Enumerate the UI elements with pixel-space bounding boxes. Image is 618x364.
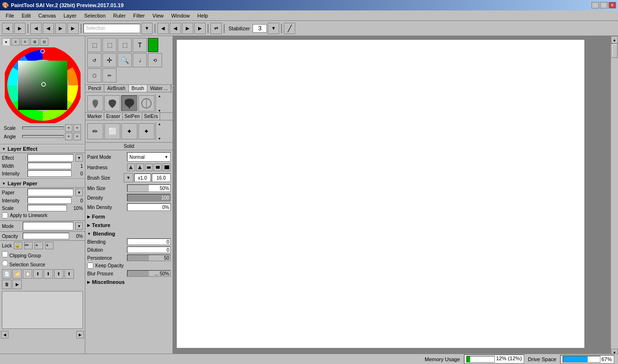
toolbar-exchange-btn[interactable]: ⇄ <box>210 23 222 34</box>
lock-btn3[interactable]: + <box>35 242 43 249</box>
toolbar-back-btn[interactable]: ◀ <box>2 23 13 34</box>
menu-selection[interactable]: Selection <box>81 12 109 19</box>
brush-size-toggle[interactable]: ▼ <box>124 173 133 182</box>
color-wheel-container[interactable] <box>5 47 81 123</box>
tool-select-wand[interactable]: ⬚ <box>118 38 132 52</box>
angle-plus-btn[interactable]: + <box>73 133 81 140</box>
hardness-btn5[interactable] <box>163 164 171 171</box>
tool-shape[interactable]: ⬡ <box>87 68 101 82</box>
scale-minus-btn[interactable]: + <box>65 124 73 132</box>
brush-icon-4[interactable] <box>138 95 154 111</box>
toolbar-btn8[interactable]: ▶ <box>194 23 206 34</box>
paper-scale-track[interactable] <box>27 205 67 211</box>
layer-btn5[interactable]: ⬆ <box>44 269 53 279</box>
texture-header[interactable]: ▶ Texture <box>87 221 171 229</box>
menu-layer[interactable]: Layer <box>60 12 81 19</box>
subicon-marker[interactable]: ✏ <box>87 123 103 139</box>
toolbar-btn5[interactable]: ◀ <box>157 23 169 34</box>
brush-tab-airbrush[interactable]: AirBrush <box>104 85 128 92</box>
scroll-v-up-btn[interactable]: ▲ <box>611 36 618 44</box>
menu-view[interactable]: View <box>149 12 168 19</box>
selection-dropdown[interactable]: ▼ <box>141 23 153 34</box>
lock-pen-btn[interactable]: ✏ <box>24 242 33 249</box>
brush-subtool-eraser[interactable]: Eraser <box>104 113 122 120</box>
hardness-btn4[interactable] <box>154 164 162 171</box>
scale-track[interactable] <box>22 127 64 129</box>
subicon-scroll[interactable]: ▲ ▼ <box>155 122 163 140</box>
color-tab-list[interactable]: ⊟ <box>40 38 48 46</box>
subicon-eraser[interactable]: ⬜ <box>104 123 120 139</box>
color-wheel-svg[interactable] <box>5 47 81 123</box>
subicon-selpen[interactable]: ✦ <box>121 123 137 139</box>
drawing-canvas[interactable] <box>177 40 584 348</box>
brush-tab-pencil[interactable]: Pencil <box>85 85 104 92</box>
hardness-btn1[interactable] <box>127 164 135 171</box>
subicon-selers[interactable]: ✦ <box>138 123 154 139</box>
brush-icon-2[interactable] <box>104 95 120 111</box>
min-density-track[interactable]: 0% <box>127 203 171 211</box>
tool-select2[interactable]: ⟲ <box>148 53 162 67</box>
angle-track[interactable] <box>22 135 64 138</box>
intensity-track[interactable] <box>27 170 72 177</box>
tool-pen[interactable]: ✏ <box>102 68 117 82</box>
tool-move[interactable]: ✛ <box>102 53 117 67</box>
blur-pressure-track[interactable]: ... 50% <box>127 270 171 277</box>
brush-icon-1[interactable] <box>87 95 103 111</box>
color-tab-h[interactable]: ≡ <box>11 38 20 46</box>
delete-layer-btn[interactable]: 🗑 <box>2 280 11 289</box>
brush-subtool-selpen[interactable]: SelPen <box>123 113 142 120</box>
tool-select-rect[interactable]: ⬚ <box>87 38 101 52</box>
canvas-scrollbar-vertical[interactable]: ▲ ▼ <box>610 36 618 356</box>
menu-file[interactable]: File <box>2 12 18 19</box>
paper-input[interactable] <box>27 189 73 196</box>
brush-tab-brush[interactable]: Brush <box>129 85 147 92</box>
lock-btn4[interactable]: + <box>45 242 54 249</box>
brush-subtool-marker[interactable]: Marker <box>85 113 104 120</box>
toolbar-btn7[interactable]: ▶ <box>182 23 193 34</box>
lock-icon-btn[interactable]: 🔒 <box>14 242 22 249</box>
new-layer-btn[interactable]: 📄 <box>2 269 11 279</box>
blending-header[interactable]: ▼ Blending <box>87 230 171 237</box>
density-track[interactable]: 100 <box>127 194 171 201</box>
toolbar-fwd-btn[interactable]: ▶ <box>14 23 26 34</box>
color-tab-wheel[interactable]: ● <box>2 38 10 46</box>
toolbar-diagonal-btn[interactable]: ╱ <box>284 23 295 34</box>
menu-filter[interactable]: Filter <box>129 12 148 19</box>
paint-mode-dropdown[interactable]: Normal ▼ <box>127 152 171 162</box>
brush-icon-3-active[interactable] <box>121 95 137 111</box>
layer-btn3[interactable]: 📋 <box>23 269 32 279</box>
keep-opacity-checkbox[interactable] <box>87 263 93 269</box>
tool-rotate[interactable]: ↺ <box>87 53 101 67</box>
hardness-btn2[interactable] <box>136 164 144 171</box>
width-track[interactable] <box>27 163 72 169</box>
dilution-track[interactable]: 0 <box>127 246 171 253</box>
effect-input[interactable] <box>27 154 73 162</box>
menu-ruler[interactable]: Ruler <box>109 12 129 19</box>
panel-scroll-left[interactable]: ◀ <box>1 331 9 338</box>
brush-icon-scroll[interactable]: ▲ ▼ <box>155 94 163 112</box>
apply-linework-checkbox[interactable] <box>2 212 8 218</box>
tool-select-lasso[interactable]: ⬚ <box>102 38 117 52</box>
layer-paper-header[interactable]: ▼ Layer Paper <box>0 179 85 188</box>
new-folder-btn[interactable]: 📁 <box>12 269 22 279</box>
blending-track[interactable]: 0 <box>127 238 171 245</box>
misc-header[interactable]: ▶ Miscellneous <box>87 278 171 286</box>
stabilizer-dropdown[interactable]: ▼ <box>268 23 279 34</box>
toolbar-btn6[interactable]: ◀ <box>170 23 181 34</box>
angle-minus-btn[interactable]: + <box>65 133 73 140</box>
min-size-track[interactable]: 50% <box>127 184 171 192</box>
brush-size-multiplier[interactable] <box>134 173 151 182</box>
paper-intensity-track[interactable] <box>27 197 72 204</box>
layer-btn9[interactable]: ▶ <box>12 280 22 289</box>
maximize-button[interactable]: □ <box>600 2 608 9</box>
clipping-checkbox[interactable] <box>2 251 8 257</box>
layer-btn7[interactable]: ⬆ <box>64 269 74 279</box>
minimize-button[interactable]: − <box>591 2 599 9</box>
scroll-v-thumb[interactable] <box>611 44 618 58</box>
menu-help[interactable]: Help <box>193 12 212 19</box>
tool-zoom[interactable]: 🔍 <box>118 53 132 67</box>
brush-size-value[interactable] <box>152 173 171 182</box>
close-button[interactable]: ✕ <box>609 2 616 9</box>
scale-plus-btn[interactable]: + <box>73 124 81 132</box>
mode-dropdown[interactable] <box>23 222 73 230</box>
